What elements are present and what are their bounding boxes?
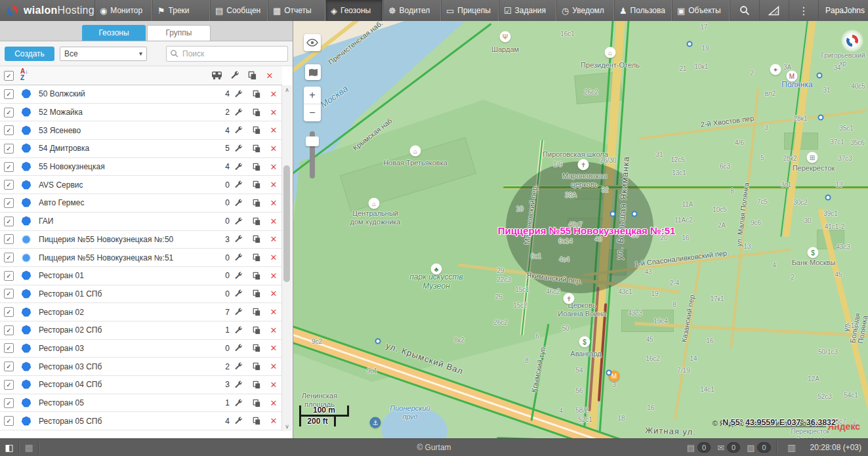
zoom-slider-handle[interactable] <box>306 136 319 146</box>
search-button[interactable] <box>730 0 759 21</box>
row-checkbox[interactable]: ✓ <box>4 362 14 371</box>
geofence-row[interactable]: ✓53 Ясенево4✕ <box>0 121 282 140</box>
nav-item-messages[interactable]: ▤Сообщен <box>210 0 268 21</box>
nav-item-users[interactable]: ♟Пользова <box>614 0 672 21</box>
row-checkbox[interactable]: ✓ <box>4 125 14 135</box>
delete-geofence-button[interactable]: ✕ <box>265 343 282 353</box>
edit-geofence-button[interactable] <box>230 399 247 407</box>
delete-geofence-button[interactable]: ✕ <box>265 253 282 262</box>
nav-item-monitoring[interactable]: ◉Монитор <box>94 0 152 21</box>
row-checkbox[interactable]: ✓ <box>4 180 14 190</box>
copy-geofence-button[interactable] <box>247 362 265 371</box>
scrollbar-thumb[interactable] <box>283 165 290 282</box>
delete-all-icon[interactable]: ✕ <box>261 71 278 81</box>
layout-grid-button[interactable]: ▦ <box>20 439 38 456</box>
row-checkbox[interactable]: ✓ <box>4 162 14 172</box>
geofence-row[interactable]: ✓Ресторан 030✕ <box>0 340 282 358</box>
edit-geofence-button[interactable] <box>230 381 247 389</box>
edit-all-wrench-icon[interactable] <box>226 71 243 80</box>
apps-button[interactable]: ▥ <box>783 439 801 456</box>
edit-geofence-button[interactable] <box>230 344 247 352</box>
row-checkbox[interactable]: ✓ <box>4 380 14 390</box>
row-checkbox[interactable]: ✓ <box>4 416 14 426</box>
scroll-down-icon[interactable]: ∨ <box>282 423 292 430</box>
delete-geofence-button[interactable]: ✕ <box>265 416 282 426</box>
edit-geofence-button[interactable] <box>230 362 247 371</box>
nav-item-jobs[interactable]: ☑Задания <box>499 0 556 21</box>
geofence-row[interactable]: ✓Пиццерия №55 Новокузнецкая №:503✕ <box>0 231 282 249</box>
edit-geofence-button[interactable] <box>230 417 247 425</box>
zoom-in-button[interactable]: + <box>304 87 321 104</box>
geofence-row[interactable]: ✓52 Можайка2✕ <box>0 104 282 122</box>
delete-geofence-button[interactable]: ✕ <box>265 144 282 154</box>
copy-geofence-button[interactable] <box>247 381 265 389</box>
copy-geofence-button[interactable] <box>247 308 265 316</box>
nav-item-tracks[interactable]: ⚑Треки <box>152 0 210 21</box>
edit-geofence-button[interactable] <box>230 289 247 298</box>
status-counter[interactable]: ✉0 <box>717 442 740 453</box>
edit-geofence-button[interactable] <box>230 108 247 117</box>
scroll-up-icon[interactable]: ∧ <box>282 87 292 93</box>
copy-geofence-button[interactable] <box>247 399 265 407</box>
copy-geofence-button[interactable] <box>247 199 265 207</box>
copy-all-icon[interactable] <box>243 71 261 80</box>
nav-item-units[interactable]: ▣Объекты <box>672 0 730 21</box>
copy-geofence-button[interactable] <box>247 235 265 243</box>
geofence-row[interactable]: ✓Ресторан 051✕ <box>0 394 282 413</box>
geofence-row[interactable]: ✓Ресторан 04 СПб3✕ <box>0 376 282 394</box>
geofence-row[interactable]: ✓Ресторан 02 СПб1✕ <box>0 321 282 340</box>
delete-geofence-button[interactable]: ✕ <box>265 398 282 408</box>
zoom-out-button[interactable]: − <box>304 104 321 121</box>
copy-geofence-button[interactable] <box>247 144 265 153</box>
delete-geofence-button[interactable]: ✕ <box>265 307 282 317</box>
copy-geofence-button[interactable] <box>247 253 265 262</box>
edit-geofence-button[interactable] <box>230 144 247 153</box>
row-checkbox[interactable]: ✓ <box>4 289 14 299</box>
user-menu[interactable]: PapaJohns <box>818 0 868 21</box>
toggle-panel-button[interactable]: ◧ <box>0 439 18 456</box>
edit-geofence-button[interactable] <box>230 253 247 262</box>
row-checkbox[interactable]: ✓ <box>4 108 14 117</box>
copy-geofence-button[interactable] <box>247 108 265 117</box>
more-menu-button[interactable]: ⋮ <box>789 0 818 21</box>
nav-item-drivers[interactable]: ☸Водител <box>383 0 441 21</box>
zoom-slider[interactable] <box>310 131 315 178</box>
status-counter[interactable]: ▨0 <box>747 442 770 453</box>
geofence-row[interactable]: ✓50 Волжский4✕ <box>0 85 282 104</box>
edit-geofence-button[interactable] <box>230 217 247 226</box>
tab-groups[interactable]: Группы <box>147 25 211 41</box>
geofence-row[interactable]: ✓Ресторан 010✕ <box>0 267 282 285</box>
delete-geofence-button[interactable]: ✕ <box>265 162 282 172</box>
geofence-filter-select[interactable]: Все ▾ <box>60 47 147 61</box>
edit-geofence-button[interactable] <box>230 326 247 335</box>
tab-geofences[interactable]: Геозоны <box>82 25 146 41</box>
geofence-row[interactable]: ✓Авто Гермес0✕ <box>0 194 282 213</box>
delete-geofence-button[interactable]: ✕ <box>265 108 282 117</box>
copy-geofence-button[interactable] <box>247 289 265 298</box>
row-checkbox[interactable]: ✓ <box>4 343 14 353</box>
status-counter[interactable]: ▤0 <box>687 442 711 453</box>
row-checkbox[interactable]: ✓ <box>4 307 14 317</box>
visibility-button[interactable] <box>304 34 321 51</box>
edit-geofence-button[interactable] <box>230 90 247 98</box>
map-source-button[interactable] <box>305 64 321 80</box>
measure-tool-button[interactable] <box>759 0 789 21</box>
geofence-row[interactable]: ✓Пиццерия №55 Новокузнецкая №:510✕ <box>0 249 282 267</box>
select-all-checkbox[interactable]: ✓ <box>4 71 14 81</box>
row-checkbox[interactable]: ✓ <box>4 325 14 335</box>
copy-geofence-button[interactable] <box>247 344 265 352</box>
edit-geofence-button[interactable] <box>230 199 247 207</box>
copy-geofence-button[interactable] <box>247 417 265 425</box>
row-checkbox[interactable]: ✓ <box>4 253 14 262</box>
nav-item-trailers[interactable]: ▭Прицепы <box>441 0 499 21</box>
row-checkbox[interactable]: ✓ <box>4 217 14 226</box>
geofence-row[interactable]: ✓Ресторан 05 СПб4✕ <box>0 412 282 430</box>
row-checkbox[interactable]: ✓ <box>4 271 14 281</box>
delete-geofence-button[interactable]: ✕ <box>265 125 282 135</box>
edit-geofence-button[interactable] <box>230 272 247 280</box>
copy-geofence-button[interactable] <box>247 272 265 280</box>
search-input[interactable] <box>181 49 284 59</box>
copy-geofence-button[interactable] <box>247 163 265 171</box>
delete-geofence-button[interactable]: ✕ <box>265 217 282 226</box>
row-checkbox[interactable]: ✓ <box>4 234 14 244</box>
